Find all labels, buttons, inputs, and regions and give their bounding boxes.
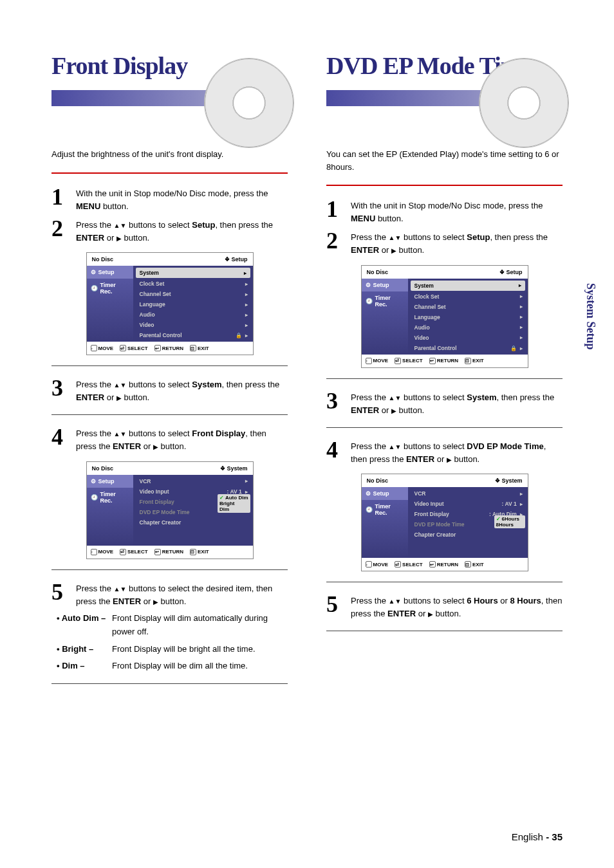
osd-row-video: Video▸: [133, 320, 253, 330]
osd-row-audio: Audio▸: [133, 309, 253, 320]
step-text: Press the buttons to select DVD EP Mode …: [351, 438, 563, 466]
step-5: 5 Press the buttons to select 6 Hours or…: [326, 593, 563, 620]
right-icon: [116, 233, 122, 243]
osd-setup-screenshot: No Disc Setup Setup Timer Rec. System▸ C…: [361, 265, 528, 368]
disc-icon: [204, 58, 294, 148]
exit-key-icon: ⊡: [190, 549, 196, 555]
up-icon: [114, 584, 120, 593]
osd-side-timer: Timer Rec.: [87, 488, 133, 507]
lock-icon: [236, 332, 242, 338]
lock-icon: [510, 345, 517, 351]
osd-row-language: Language▸: [408, 312, 528, 322]
osd-side-setup: Setup: [362, 487, 408, 500]
osd-hints: ◦MOVE ⏎SELECT ↩RETURN ⊡EXIT: [362, 355, 528, 367]
up-icon: [389, 596, 395, 605]
osd-hints: ◦MOVE ⏎SELECT ↩RETURN ⊡EXIT: [362, 558, 528, 571]
down-icon: [395, 441, 401, 451]
move-key-icon: ◦: [366, 358, 372, 364]
step-text: Press the buttons to select System, then…: [76, 376, 288, 404]
step-number: 2: [326, 229, 343, 257]
osd-setup-screenshot: No Disc Setup Setup Timer Rec. System▸ C…: [86, 252, 254, 355]
osd-main: VCR▸ Video Input: AV 1 ▸ Front Display D…: [133, 475, 253, 546]
divider: [51, 172, 288, 174]
osd-side-timer: Timer Rec.: [362, 500, 408, 519]
step-number: 5: [51, 580, 68, 608]
diamond-icon: [499, 269, 505, 275]
step-3: 3 Press the buttons to select System, th…: [326, 389, 563, 417]
diamond-icon: [220, 465, 225, 472]
right-header: DVD EP Mode Time: [326, 51, 563, 135]
return-key-icon: ↩: [429, 358, 436, 364]
left-header: Front Display: [51, 51, 288, 135]
osd-title-right: Setup: [499, 269, 523, 275]
clock-icon: [91, 285, 98, 291]
osd-title-left: No Disc: [367, 477, 389, 484]
step-number: 5: [326, 593, 343, 620]
osd-row-clock: Clock Set▸: [408, 291, 528, 302]
move-key-icon: ◦: [91, 549, 97, 555]
move-key-icon: ◦: [366, 561, 372, 568]
gear-icon: [366, 490, 371, 497]
section-tab: System Setup: [584, 283, 597, 350]
step-text: With the unit in Stop mode/No Disc mode,…: [76, 185, 288, 213]
step-3: 3 Press the buttons to select System, th…: [51, 376, 288, 404]
left-intro: Adjust the brightness of the unit's fron…: [51, 148, 288, 161]
step-text: Press the buttons to select Front Displa…: [76, 425, 288, 453]
osd-title-left: No Disc: [92, 256, 114, 263]
divider: [51, 683, 288, 684]
osd-row-language: Language▸: [133, 299, 253, 309]
exit-key-icon: ⊡: [190, 345, 196, 351]
diamond-icon: [225, 256, 230, 263]
down-icon: [120, 380, 126, 389]
popup-option: Auto Dim: [219, 495, 248, 501]
osd-title-right: System: [220, 465, 248, 472]
down-icon: [120, 429, 126, 438]
step-4: 4 Press the buttons to select Front Disp…: [51, 425, 288, 453]
osd-sidebar: Setup Timer Rec.: [87, 475, 133, 546]
osd-side-timer: Timer Rec.: [87, 279, 133, 298]
return-key-icon: ↩: [154, 345, 161, 351]
step-number: 3: [326, 389, 343, 417]
osd-popup: Auto Dim Bright Dim: [218, 494, 250, 513]
left-column: Front Display Adjust the brightness of t…: [51, 51, 288, 694]
osd-row-audio: Audio▸: [408, 322, 528, 333]
step-number: 4: [326, 438, 343, 466]
select-key-icon: ⏎: [395, 561, 401, 568]
down-icon: [395, 392, 401, 402]
osd-row-parental: Parental Control ▸: [133, 330, 253, 340]
right-icon: [153, 596, 158, 606]
divider: [326, 185, 563, 186]
osd-popup: 6Hours 8Hours: [494, 515, 525, 528]
divider: [326, 582, 563, 582]
osd-row-chapter: Chapter Creator: [408, 530, 528, 540]
diamond-icon: [495, 477, 500, 484]
osd-system-screenshot: No Disc System Setup Timer Rec. VCR▸ Vid…: [361, 474, 528, 571]
step-text: Press the buttons to select System, then…: [351, 389, 563, 417]
osd-row-video-input: Video Input: AV 1 ▸: [408, 499, 528, 509]
step-text: Press the buttons to select Setup, then …: [76, 217, 288, 245]
bullet-bright: • Bright – Front Display will be bright …: [57, 643, 288, 656]
osd-title-left: No Disc: [367, 269, 389, 275]
divider: [326, 378, 563, 379]
right-icon: [116, 392, 122, 402]
return-key-icon: ↩: [429, 561, 436, 568]
check-icon: [496, 516, 502, 522]
step-4: 4 Press the buttons to select DVD EP Mod…: [326, 438, 563, 466]
osd-row-system: System▸: [136, 268, 250, 278]
up-icon: [114, 380, 120, 389]
osd-title-right: System: [495, 477, 523, 484]
step-text: Press the buttons to select Setup, then …: [351, 229, 563, 257]
osd-row-parental: Parental Control ▸: [408, 343, 528, 353]
divider: [51, 414, 288, 415]
down-icon: [395, 232, 401, 242]
up-icon: [114, 220, 120, 230]
up-icon: [389, 441, 395, 451]
bullet-auto-dim: • Auto Dim – Front Display will dim auto…: [57, 612, 288, 639]
step-text: Press the buttons to select 6 Hours or 8…: [351, 593, 563, 620]
return-key-icon: ↩: [154, 549, 161, 555]
step-number: 4: [51, 425, 68, 453]
option-bullets: • Auto Dim – Front Display will dim auto…: [51, 612, 288, 673]
osd-main: VCR▸ Video Input: AV 1 ▸ Front Display: …: [408, 487, 528, 558]
right-icon: [428, 609, 433, 618]
osd-title-left: No Disc: [92, 465, 114, 472]
